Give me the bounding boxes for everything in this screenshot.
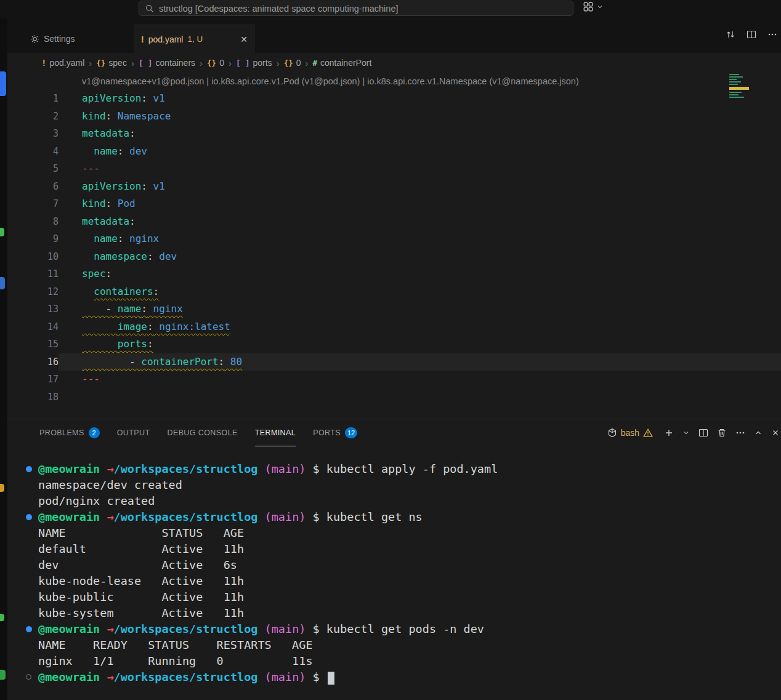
line-number[interactable]: 9 bbox=[7, 230, 59, 248]
panel-tab-terminal[interactable]: TERMINAL bbox=[255, 419, 296, 446]
terminal[interactable]: @meowrain →/workspaces/structlog (main) … bbox=[7, 446, 781, 685]
breadcrumb-item-0[interactable]: {}0 bbox=[207, 58, 224, 68]
close-panel-icon[interactable] bbox=[771, 428, 780, 437]
new-terminal-icon[interactable] bbox=[664, 428, 674, 438]
line-number[interactable]: 2 bbox=[7, 108, 59, 126]
code-line-content[interactable]: --- bbox=[59, 160, 781, 178]
line-number[interactable]: 5 bbox=[7, 160, 59, 178]
line-number[interactable]: 15 bbox=[7, 336, 59, 353]
line-number[interactable]: 13 bbox=[7, 300, 59, 318]
code-line-content[interactable]: kind: Namespace bbox=[59, 108, 781, 126]
code-line-content[interactable]: ports: bbox=[59, 336, 781, 353]
kill-terminal-trash-icon[interactable] bbox=[717, 428, 727, 438]
code-line[interactable]: 15 ports: bbox=[7, 336, 781, 353]
code-line[interactable]: 5--- bbox=[7, 160, 781, 178]
chevron-down-icon[interactable] bbox=[596, 3, 604, 10]
code-line-content[interactable]: --- bbox=[59, 371, 781, 388]
line-number[interactable]: 14 bbox=[7, 318, 59, 336]
panel-tab-ports[interactable]: PORTS12 bbox=[313, 419, 357, 446]
code-line[interactable]: 14 image: nginx:latest bbox=[7, 318, 781, 336]
code-line-content[interactable]: metadata: bbox=[59, 213, 781, 231]
line-number[interactable]: 3 bbox=[7, 125, 59, 143]
terminal-cursor bbox=[328, 672, 334, 685]
panel-tab-problems[interactable]: PROBLEMS2 bbox=[39, 419, 100, 446]
code-line[interactable]: 1apiVersion: v1 bbox=[7, 90, 781, 108]
command-decoration-icon[interactable] bbox=[26, 514, 32, 520]
breadcrumb-item-0[interactable]: {}0 bbox=[284, 58, 301, 68]
code-line-content[interactable]: name: dev bbox=[59, 143, 781, 161]
split-editor-icon[interactable] bbox=[747, 30, 756, 39]
command-decoration-icon[interactable] bbox=[26, 674, 31, 680]
line-number[interactable]: 16 bbox=[7, 353, 59, 371]
more-actions-icon[interactable] bbox=[767, 30, 777, 39]
tab-pod-yaml[interactable]: ! pod.yaml 1, U ✕ bbox=[134, 25, 255, 53]
terminal-text: kube-system Active 11h bbox=[38, 605, 244, 621]
code-line[interactable]: 6apiVersion: v1 bbox=[7, 178, 781, 196]
line-number[interactable]: 7 bbox=[7, 195, 59, 213]
code-line[interactable]: 3metadata: bbox=[7, 125, 781, 143]
code-token: nginx bbox=[123, 233, 159, 244]
line-number[interactable]: 8 bbox=[7, 213, 59, 231]
code-line-content[interactable]: metadata: bbox=[59, 125, 781, 143]
activity-icon-fragment bbox=[0, 228, 4, 236]
code-line[interactable]: 12 containers: bbox=[7, 283, 781, 301]
command-decoration-icon[interactable] bbox=[26, 626, 32, 632]
line-number[interactable]: 10 bbox=[7, 248, 59, 266]
code-line[interactable]: 13 - name: nginx bbox=[7, 300, 781, 318]
line-number[interactable]: 17 bbox=[7, 371, 59, 388]
code-line[interactable]: 8metadata: bbox=[7, 213, 781, 231]
code-line-content[interactable]: apiVersion: v1 bbox=[59, 178, 781, 196]
code-token: name bbox=[118, 303, 142, 315]
line-number[interactable]: 18 bbox=[7, 388, 59, 406]
line-number[interactable]: 6 bbox=[7, 178, 59, 196]
code-line[interactable]: 10 namespace: dev bbox=[7, 248, 781, 266]
breadcrumb-item-pod.yaml[interactable]: !pod.yaml bbox=[41, 58, 84, 68]
terminal-profile-chevron-icon[interactable] bbox=[682, 429, 690, 436]
symbol-array-icon: [ ] bbox=[236, 58, 250, 68]
code-editor[interactable]: 1apiVersion: v12kind: Namespace3metadata… bbox=[7, 90, 781, 406]
code-line-content[interactable]: namespace: dev bbox=[59, 248, 781, 266]
command-center-search[interactable]: structlog [Codespaces: animated space co… bbox=[139, 1, 573, 16]
code-token: - bbox=[82, 356, 141, 368]
line-number[interactable]: 11 bbox=[7, 265, 59, 283]
breadcrumb-separator-icon: › bbox=[200, 58, 203, 68]
command-decoration-icon[interactable] bbox=[26, 466, 32, 472]
panel-more-actions-icon[interactable] bbox=[735, 428, 745, 438]
line-number[interactable]: 12 bbox=[7, 283, 59, 301]
code-line[interactable]: 9 name: nginx bbox=[7, 230, 781, 248]
panel-tab-output[interactable]: OUTPUT bbox=[117, 419, 150, 446]
panel-tab-debug-console[interactable]: DEBUG CONSOLE bbox=[167, 419, 237, 446]
code-line-content[interactable]: apiVersion: v1 bbox=[59, 90, 781, 108]
code-line[interactable]: 4 name: dev bbox=[7, 143, 781, 161]
symbol-object-icon: {} bbox=[207, 58, 216, 68]
code-line[interactable]: 17--- bbox=[7, 371, 781, 388]
code-line-content[interactable]: name: nginx bbox=[59, 230, 781, 248]
code-line[interactable]: 2kind: Namespace bbox=[7, 108, 781, 126]
minimap[interactable] bbox=[729, 74, 750, 102]
tab-label: pod.yaml bbox=[148, 34, 184, 44]
code-line-content[interactable]: image: nginx:latest bbox=[59, 318, 781, 336]
breadcrumb-item-containers[interactable]: [ ]containers bbox=[139, 58, 195, 68]
breadcrumb-item-spec[interactable]: {}spec bbox=[96, 58, 127, 68]
split-terminal-icon[interactable] bbox=[698, 428, 708, 438]
code-line-content[interactable]: - containerPort: 80 bbox=[59, 353, 781, 371]
terminal-shell-item[interactable]: bash bbox=[607, 428, 653, 438]
maximize-panel-chevron-up-icon[interactable] bbox=[754, 428, 763, 437]
code-line[interactable]: 16 - containerPort: 80 bbox=[7, 353, 781, 371]
code-line-content[interactable]: - name: nginx bbox=[59, 300, 781, 318]
tab-settings[interactable]: Settings bbox=[23, 25, 115, 53]
codespaces-icon[interactable] bbox=[583, 1, 594, 12]
breadcrumb-item-containerport[interactable]: #containerPort bbox=[312, 58, 371, 68]
code-line-content[interactable]: kind: Pod bbox=[59, 195, 781, 213]
code-line[interactable]: 11spec: bbox=[7, 265, 781, 283]
code-line[interactable]: 7kind: Pod bbox=[7, 195, 781, 213]
line-number[interactable]: 4 bbox=[7, 143, 59, 161]
open-changes-icon[interactable] bbox=[726, 30, 735, 39]
line-number[interactable]: 1 bbox=[7, 90, 59, 108]
code-line-content[interactable]: spec: bbox=[59, 265, 781, 283]
code-line[interactable]: 18 bbox=[7, 388, 781, 406]
close-icon[interactable]: ✕ bbox=[240, 34, 248, 44]
code-line-content[interactable]: containers: bbox=[59, 283, 781, 301]
breadcrumb-item-ports[interactable]: [ ]ports bbox=[236, 58, 272, 68]
code-line-content[interactable] bbox=[59, 388, 781, 406]
